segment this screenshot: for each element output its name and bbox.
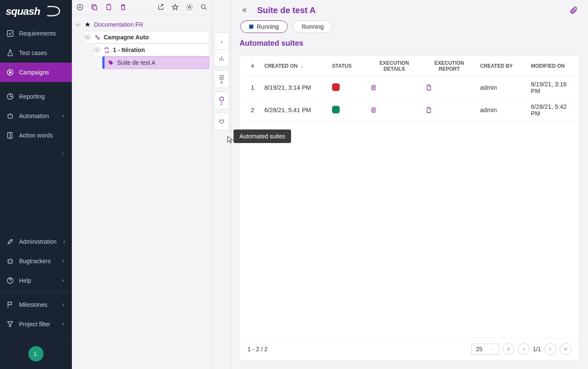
star-filled-icon <box>84 21 91 28</box>
attachment-icon[interactable] <box>569 5 578 15</box>
cell-exec-details[interactable] <box>367 77 422 99</box>
detail-subnav: 4 2 <box>212 0 231 369</box>
page-last-button[interactable] <box>560 343 572 355</box>
search-icon[interactable] <box>199 3 209 12</box>
page-prev-button[interactable] <box>518 343 530 355</box>
tag-icon <box>107 59 115 66</box>
page-next-button[interactable] <box>544 343 556 355</box>
th-created-by[interactable]: CREATED BY <box>477 56 528 77</box>
play-circle-icon <box>6 69 14 76</box>
sidebar-item-label: Campaigns <box>19 69 49 76</box>
sidebar-item-label: Requirements <box>19 30 56 37</box>
sidebar-item-bugtrackers[interactable]: Bugtrackers <box>0 251 72 271</box>
collapse-icon[interactable]: − <box>93 47 100 53</box>
page-first-button[interactable] <box>503 343 514 355</box>
sidebar-item-milestones[interactable]: Milestones <box>0 295 72 314</box>
sidebar-item-projectfilter[interactable]: Project filter <box>0 314 72 334</box>
export-icon[interactable] <box>156 3 165 12</box>
th-status[interactable]: STATUS <box>329 56 367 77</box>
flag-icon <box>6 301 14 308</box>
page-size-select[interactable]: 25 <box>471 344 499 355</box>
svg-point-11 <box>201 5 205 8</box>
svg-rect-9 <box>107 5 111 10</box>
status-indicator-icon <box>332 83 340 91</box>
collapse-detail-icon[interactable] <box>241 7 250 14</box>
checkbox-icon <box>6 30 14 37</box>
robot-icon <box>6 112 14 120</box>
cell-exec-details[interactable] <box>367 99 422 121</box>
add-icon[interactable] <box>75 3 85 12</box>
th-modified[interactable]: MODIFIED ON <box>528 56 575 77</box>
tree-project[interactable]: − Documentation FR <box>74 18 209 31</box>
tree-campaign[interactable]: − Campagne Auto <box>84 31 209 44</box>
cell-created-by: admin <box>477 77 528 99</box>
collapse-icon[interactable]: − <box>84 34 91 41</box>
th-exec-details[interactable]: EXECUTION DETAILS <box>367 56 422 77</box>
chevron-right-icon <box>60 259 66 264</box>
result-range: 1 - 2 / 2 <box>247 346 267 352</box>
sidebar-item-help[interactable]: Help <box>0 271 72 290</box>
app-logo: squash <box>0 0 72 24</box>
collapse-icon[interactable]: − <box>74 21 81 28</box>
subnav-issues[interactable] <box>214 113 229 130</box>
chevron-right-icon <box>60 278 66 283</box>
chevron-right-icon <box>62 239 67 244</box>
tree-panel: − Documentation FR − Campagne Auto − 1 -… <box>72 0 212 369</box>
status-pills: Running Running <box>231 20 588 37</box>
cell-exec-report[interactable] <box>422 99 477 121</box>
campaign-icon <box>93 33 101 41</box>
pill-label: Running <box>257 23 279 30</box>
sidebar-item-label: Reporting <box>19 93 45 100</box>
tree-suite-selected[interactable]: Suite de test A <box>102 56 209 69</box>
th-created[interactable]: CREATED ON ↓ <box>261 56 329 77</box>
bug-icon <box>6 257 14 265</box>
subnav-list[interactable]: 4 <box>214 71 229 88</box>
trash-icon[interactable] <box>118 3 128 12</box>
tree-label: Documentation FR <box>94 21 143 28</box>
pill-running-active[interactable]: Running <box>240 20 288 33</box>
subnav-info[interactable] <box>214 33 229 50</box>
tools-icon <box>6 238 14 245</box>
sidebar-item-automation[interactable]: Automation <box>0 106 72 126</box>
gear-icon[interactable] <box>185 3 194 12</box>
copy-icon[interactable] <box>90 3 99 12</box>
list-count-badge: 4 <box>220 80 223 85</box>
status-indicator-icon <box>332 106 340 113</box>
cell-num: 1 <box>244 77 261 99</box>
th-num[interactable]: # <box>244 56 261 77</box>
sidebar-item-testcases[interactable]: Test cases <box>0 43 72 63</box>
svg-point-14 <box>109 61 110 62</box>
sidebar-item-label: Help <box>19 277 31 284</box>
chart-icon <box>6 93 14 100</box>
sidebar-item-requirements[interactable]: Requirements <box>0 24 72 43</box>
chevron-down-icon <box>490 347 495 351</box>
tree-label: Campagne Auto <box>104 34 149 41</box>
th-exec-report[interactable]: EXECUTION REPORT <box>422 56 477 77</box>
subnav-stats[interactable] <box>214 50 229 66</box>
table-footer: 1 - 2 / 2 25 1/1 <box>240 338 579 360</box>
collapse-sidebar-button[interactable] <box>0 145 72 162</box>
sidebar-item-campaigns[interactable]: Campaigns <box>0 63 72 82</box>
table-row[interactable]: 26/28/21, 5:41 PMadmin6/28/21, 5:42 PM <box>244 99 575 121</box>
sidebar-item-actionwords[interactable]: Action words <box>0 126 72 145</box>
cell-num: 2 <box>244 99 261 121</box>
cell-modified: 8/19/21, 3:16 PM <box>528 77 575 99</box>
cell-exec-report[interactable] <box>422 77 477 99</box>
main-content: Suite de test A Running Running Automate… <box>231 0 588 369</box>
sidebar-item-reporting[interactable]: Reporting <box>0 87 72 106</box>
svg-text:squash: squash <box>6 6 41 17</box>
table-row[interactable]: 18/19/21, 3:14 PMadmin8/19/21, 3:16 PM <box>244 77 575 99</box>
iteration-icon <box>103 46 110 54</box>
star-icon[interactable] <box>170 3 180 12</box>
sidebar-item-administration[interactable]: Administration <box>0 232 72 251</box>
cursor-icon <box>227 135 234 144</box>
tree-iteration[interactable]: − 1 - Itération <box>93 44 209 56</box>
subnav-automated-suites[interactable]: 2 <box>214 92 229 109</box>
paste-icon[interactable] <box>104 3 113 12</box>
user-avatar[interactable]: L <box>28 346 44 361</box>
main-header: Suite de test A <box>231 0 588 20</box>
pill-running[interactable]: Running <box>293 20 332 33</box>
tree-body: − Documentation FR − Campagne Auto − 1 -… <box>72 15 212 369</box>
sidebar: squash Requirements Test cases Campaigns… <box>0 0 72 369</box>
svg-rect-1 <box>7 30 13 36</box>
